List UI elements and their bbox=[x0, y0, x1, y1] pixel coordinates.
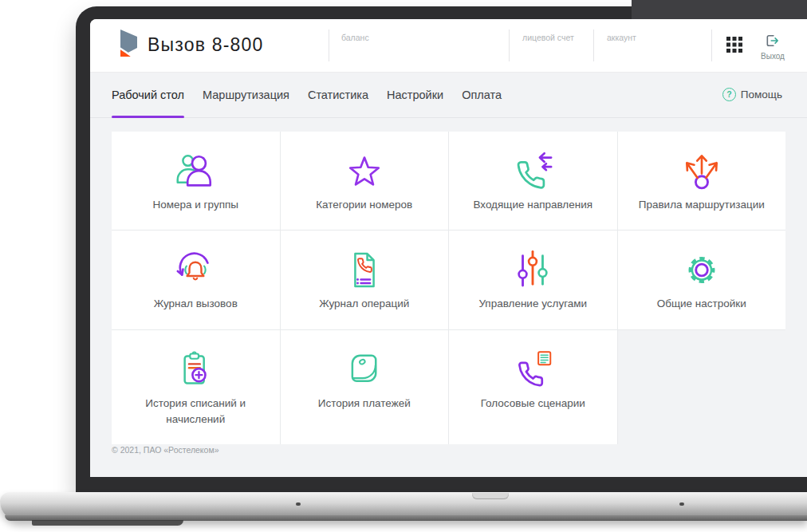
tile-general-settings[interactable]: Общие настройки bbox=[618, 231, 786, 329]
account-field-label: аккаунт bbox=[607, 33, 636, 42]
tile-label: Голосовые сценарии bbox=[481, 396, 585, 412]
app-header: Вызов 8-800 баланс лицевой счет аккаунт … bbox=[90, 19, 807, 73]
header-divider bbox=[509, 30, 510, 61]
logout-icon bbox=[766, 34, 780, 47]
tile-label: История платежей bbox=[318, 396, 411, 412]
settings-gear-icon bbox=[677, 247, 726, 293]
tab-dashboard[interactable]: Рабочий стол bbox=[112, 72, 184, 117]
operations-log-icon bbox=[340, 247, 389, 293]
help-icon: ? bbox=[722, 88, 736, 101]
copyright-text: © 2021, ПАО «Ростелеком» bbox=[112, 445, 218, 455]
tile-empty-cell bbox=[618, 330, 786, 444]
nav-tabs-bar: Рабочий стол Маршрутизация Статистика На… bbox=[90, 72, 807, 118]
help-label: Помощь bbox=[741, 89, 782, 100]
tile-incoming-directions[interactable]: Входящие направления bbox=[449, 132, 617, 230]
balance-field-label: баланс bbox=[341, 33, 369, 42]
help-link[interactable]: ? Помощь bbox=[722, 72, 782, 117]
tab-routing[interactable]: Маршрутизация bbox=[203, 72, 289, 117]
tab-settings[interactable]: Настройки bbox=[387, 72, 443, 117]
laptop-foot bbox=[679, 502, 684, 506]
tile-label: Категории номеров bbox=[316, 197, 412, 213]
laptop-foot bbox=[296, 502, 301, 506]
laptop-lid-top bbox=[632, 0, 807, 20]
laptop-screen: Вызов 8-800 баланс лицевой счет аккаунт … bbox=[90, 19, 807, 477]
tile-routing-rules[interactable]: Правила маршрутизации bbox=[618, 132, 786, 230]
rostelecom-logo bbox=[112, 29, 140, 62]
logout-button[interactable]: Выход bbox=[757, 34, 789, 61]
charges-history-icon bbox=[171, 347, 220, 392]
tile-call-log[interactable]: Журнал вызовов bbox=[112, 231, 280, 329]
laptop-latch-notch bbox=[472, 493, 509, 499]
tile-label: Общие настройки bbox=[657, 296, 746, 312]
tile-label: Правила маршрутизации bbox=[639, 197, 765, 213]
dashboard-tile-grid: Номера и группы Категории номеров Входящ… bbox=[112, 132, 785, 444]
nav-tabs: Рабочий стол Маршрутизация Статистика На… bbox=[112, 72, 502, 117]
header-divider bbox=[593, 30, 594, 61]
tile-label: Управление услугами bbox=[478, 296, 587, 312]
laptop-base-shadow bbox=[32, 520, 183, 526]
tile-numbers-and-groups[interactable]: Номера и группы bbox=[112, 132, 280, 230]
logout-label: Выход bbox=[757, 52, 789, 61]
payments-wallet-icon bbox=[340, 347, 389, 392]
header-divider bbox=[329, 30, 329, 61]
tile-label: Журнал вызовов bbox=[154, 296, 238, 312]
tile-number-categories[interactable]: Категории номеров bbox=[281, 132, 449, 230]
call-log-icon bbox=[171, 247, 220, 293]
star-icon bbox=[340, 148, 389, 194]
tab-statistics[interactable]: Статистика bbox=[308, 72, 368, 117]
tile-operations-log[interactable]: Журнал операций bbox=[281, 231, 449, 329]
tile-voice-scenarios[interactable]: Голосовые сценарии bbox=[449, 330, 617, 444]
tile-label: Номера и группы bbox=[153, 197, 238, 213]
apps-grid-icon[interactable] bbox=[726, 37, 742, 53]
incoming-call-icon bbox=[508, 148, 557, 194]
routing-arrows-icon bbox=[677, 148, 726, 194]
tile-label: Входящие направления bbox=[473, 197, 592, 213]
tile-payments-history[interactable]: История платежей bbox=[281, 330, 449, 444]
tile-charges-history[interactable]: История списаний и начислений bbox=[112, 330, 280, 444]
tile-label: История списаний и начислений bbox=[122, 396, 270, 428]
app-title: Вызов 8-800 bbox=[148, 34, 264, 56]
tile-label: Журнал операций bbox=[319, 296, 409, 312]
voice-scenarios-icon bbox=[508, 347, 557, 392]
tab-payment[interactable]: Оплата bbox=[462, 72, 502, 117]
account-number-field-label: лицевой счет bbox=[522, 33, 574, 42]
tile-service-management[interactable]: Управление услугами bbox=[449, 231, 617, 329]
header-divider bbox=[711, 30, 712, 61]
sliders-icon bbox=[508, 247, 557, 293]
users-icon bbox=[171, 148, 220, 194]
